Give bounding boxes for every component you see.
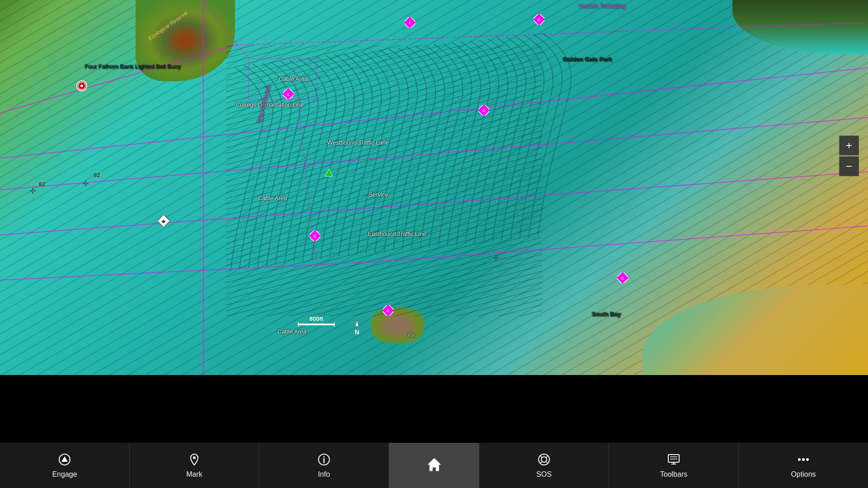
land-area-topright	[732, 0, 868, 54]
marker-green-triangle[interactable]	[324, 168, 333, 179]
land-area-topleft	[136, 0, 235, 81]
svg-line-47	[540, 461, 542, 463]
svg-point-43	[539, 454, 549, 465]
cursor-move-2: ✛	[29, 186, 36, 196]
depth-92: 92	[94, 172, 100, 178]
engage-label: Engage	[52, 470, 77, 479]
zoom-in-button[interactable]: +	[839, 136, 859, 155]
cursor-move-1: ✛	[82, 179, 89, 189]
marker-info-2[interactable]: ◆	[158, 216, 169, 228]
svg-marker-35	[325, 169, 333, 176]
marker-c-1[interactable]: C	[534, 14, 544, 27]
nav-sos[interactable]: SOS	[479, 443, 609, 488]
cursor-move-3: ✛	[493, 253, 499, 263]
svg-marker-11	[355, 320, 359, 327]
info-icon	[317, 453, 331, 469]
map-canvas[interactable]: N 800ft Four Fathom Bank Lighted Bell Bu…	[0, 0, 868, 375]
options-icon	[797, 453, 810, 469]
marker-c-5[interactable]: C	[383, 305, 394, 318]
svg-point-38	[193, 456, 196, 459]
mark-label: Mark	[186, 470, 202, 479]
info-label: Info	[318, 470, 330, 479]
svg-text:i: i	[409, 20, 411, 25]
svg-marker-37	[61, 456, 68, 462]
svg-line-48	[546, 461, 548, 463]
sos-icon	[537, 453, 551, 469]
svg-marker-42	[428, 458, 441, 471]
nav-engage[interactable]: Engage	[0, 443, 130, 488]
marker-c-4[interactable]: C	[310, 230, 320, 243]
svg-point-56	[806, 458, 809, 461]
nav-options[interactable]: Options	[739, 443, 868, 488]
toolbars-icon	[667, 453, 680, 469]
nav-home[interactable]	[389, 443, 479, 488]
svg-text:C: C	[314, 234, 317, 239]
toolbars-label: Toolbars	[660, 470, 687, 479]
land-area-bottomright	[642, 285, 868, 375]
engage-icon	[58, 453, 71, 469]
zoom-controls: + −	[839, 136, 859, 176]
svg-text:N: N	[355, 328, 359, 336]
svg-text:800ft: 800ft	[310, 315, 324, 322]
svg-rect-49	[668, 455, 679, 462]
label-cable-area-3: Cable Area	[277, 328, 306, 335]
svg-text:C: C	[287, 92, 290, 97]
svg-text:C: C	[483, 108, 486, 113]
marker-red-buoy[interactable]	[76, 80, 87, 91]
svg-text:◆: ◆	[161, 219, 166, 224]
label-south-bay: South Bay	[592, 311, 621, 318]
marker-info-1[interactable]: i	[404, 17, 415, 30]
svg-point-54	[798, 458, 801, 461]
svg-line-46	[546, 456, 548, 458]
label-golden-gate: Golden Gate Park	[563, 56, 612, 63]
nav-mark[interactable]: Mark	[130, 443, 259, 488]
sand-waves	[226, 45, 542, 316]
marker-c-2[interactable]: C	[283, 89, 294, 101]
options-label: Options	[791, 470, 816, 479]
zoom-out-button[interactable]: −	[839, 156, 859, 176]
svg-text:C: C	[538, 18, 541, 22]
svg-point-34	[80, 84, 83, 87]
svg-line-45	[540, 456, 542, 458]
bottom-nav: Engage Mark Info	[0, 443, 868, 488]
nav-toolbars[interactable]: Toolbars	[609, 443, 739, 488]
label-vessels-transiting: Vessels Transiting	[578, 3, 626, 9]
map-container: N 800ft Four Fathom Bank Lighted Bell Bu…	[0, 0, 868, 488]
home-icon	[426, 456, 442, 475]
svg-text:C: C	[387, 309, 390, 313]
marker-c-3[interactable]: C	[479, 105, 489, 117]
mark-icon	[188, 453, 201, 469]
svg-text:C: C	[621, 276, 624, 281]
sos-label: SOS	[536, 470, 552, 479]
svg-point-41	[324, 456, 325, 457]
depth-82: 82	[39, 181, 45, 188]
marker-c-6[interactable]: C	[617, 272, 628, 285]
nav-info[interactable]: Info	[259, 443, 389, 488]
svg-point-55	[802, 458, 805, 461]
